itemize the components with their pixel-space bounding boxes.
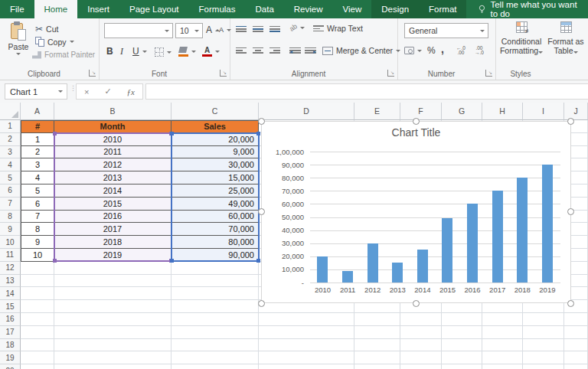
y-axis-label[interactable]: 60,000 bbox=[262, 200, 304, 208]
table-cell-C8[interactable]: 60,000 bbox=[172, 211, 259, 224]
column-header-D[interactable]: D bbox=[259, 103, 354, 120]
font-dialog-launcher-icon[interactable]: ↘ bbox=[220, 70, 227, 77]
table-cell-C5[interactable]: 15,000 bbox=[172, 171, 259, 184]
cell-F20[interactable] bbox=[400, 364, 442, 369]
cell-E17[interactable] bbox=[354, 326, 400, 339]
wrap-text-button[interactable]: Wrap Text bbox=[313, 24, 363, 33]
cell-I16[interactable] bbox=[523, 313, 564, 326]
align-left-button[interactable] bbox=[236, 46, 247, 54]
align-right-button[interactable] bbox=[270, 46, 280, 54]
cell-A20[interactable] bbox=[21, 364, 54, 369]
cell-C15[interactable] bbox=[172, 300, 259, 313]
row-header-7[interactable]: 7 bbox=[0, 198, 21, 211]
number-dialog-launcher-icon[interactable]: ↘ bbox=[485, 70, 492, 77]
table-cell-A11[interactable]: 10 bbox=[21, 249, 54, 262]
cell-B13[interactable] bbox=[54, 275, 172, 288]
cell-I19[interactable] bbox=[523, 351, 564, 364]
cell-A17[interactable] bbox=[21, 326, 54, 339]
row-header-10[interactable]: 10 bbox=[0, 236, 21, 249]
cell-A19[interactable] bbox=[21, 351, 54, 364]
chart-bar-2010[interactable] bbox=[317, 256, 328, 282]
column-header-B[interactable]: B bbox=[54, 103, 172, 120]
tab-view[interactable]: View bbox=[333, 0, 372, 18]
y-axis-label[interactable]: 50,000 bbox=[262, 213, 304, 221]
cell-G19[interactable] bbox=[442, 351, 482, 364]
cell-H20[interactable] bbox=[482, 364, 523, 369]
enter-icon[interactable]: ✓ bbox=[104, 87, 111, 96]
cell-E16[interactable] bbox=[354, 313, 400, 326]
x-axis-label[interactable]: 2011 bbox=[335, 286, 361, 294]
alignment-dialog-launcher-icon[interactable]: ↘ bbox=[387, 70, 394, 77]
cell-A13[interactable] bbox=[21, 275, 54, 288]
cell-E18[interactable] bbox=[354, 339, 400, 352]
chart-resize-handle-middle-right[interactable] bbox=[567, 208, 574, 215]
cell-F17[interactable] bbox=[400, 326, 442, 339]
shrink-font-button[interactable]: A bbox=[219, 26, 231, 34]
row-header-14[interactable]: 14 bbox=[0, 287, 21, 300]
tab-home[interactable]: Home bbox=[34, 0, 78, 18]
table-cell-A10[interactable]: 9 bbox=[21, 236, 54, 249]
row-header-15[interactable]: 15 bbox=[0, 300, 21, 313]
cell-F16[interactable] bbox=[400, 313, 442, 326]
chart-bar-2018[interactable] bbox=[517, 178, 528, 282]
chart-resize-handle-top-center[interactable] bbox=[413, 118, 420, 125]
cell-H17[interactable] bbox=[482, 326, 523, 339]
tab-formulas[interactable]: Formulas bbox=[189, 0, 246, 18]
chart-resize-handle-bottom-right[interactable] bbox=[567, 300, 574, 307]
tab-format[interactable]: Format bbox=[419, 0, 466, 18]
chart-bar-2017[interactable] bbox=[492, 191, 503, 282]
name-box[interactable]: Chart 1 bbox=[5, 83, 67, 100]
table-cell-B10[interactable]: 2018 bbox=[54, 236, 172, 249]
table-cell-B5[interactable]: 2013 bbox=[54, 171, 172, 184]
cell-A18[interactable] bbox=[21, 339, 54, 352]
row-header-4[interactable]: 4 bbox=[0, 158, 21, 171]
table-cell-C3[interactable]: 9,000 bbox=[172, 146, 259, 159]
cell-C17[interactable] bbox=[172, 326, 259, 339]
name-box-resize-handle[interactable]: ⋮ bbox=[70, 87, 71, 96]
chart-bar-2011[interactable] bbox=[342, 271, 353, 282]
row-header-18[interactable]: 18 bbox=[0, 339, 21, 352]
cell-G18[interactable] bbox=[442, 339, 482, 352]
y-axis-label[interactable]: 70,000 bbox=[262, 187, 304, 195]
y-axis-label[interactable]: - bbox=[262, 279, 304, 287]
x-axis-label[interactable]: 2012 bbox=[360, 286, 385, 294]
cell-A12[interactable] bbox=[21, 262, 54, 275]
x-axis-label[interactable]: 2015 bbox=[435, 286, 460, 294]
orientation-button[interactable]: ab bbox=[289, 24, 305, 31]
format-as-table-button[interactable]: Format as Table bbox=[545, 21, 586, 55]
tab-design[interactable]: Design bbox=[371, 0, 419, 18]
table-cell-B4[interactable]: 2012 bbox=[54, 158, 172, 171]
chart-resize-handle-top-right[interactable] bbox=[567, 118, 574, 125]
percent-style-button[interactable]: % bbox=[427, 45, 436, 56]
cut-button[interactable]: ✂ Cut bbox=[35, 24, 58, 34]
top-align-button[interactable] bbox=[236, 24, 247, 33]
chart-bar-2015[interactable] bbox=[442, 218, 452, 282]
table-cell-A3[interactable]: 2 bbox=[21, 146, 54, 159]
cancel-icon[interactable]: × bbox=[84, 87, 89, 96]
row-header-9[interactable]: 9 bbox=[0, 223, 21, 236]
font-color-button[interactable]: A bbox=[202, 47, 220, 57]
column-header-E[interactable]: E bbox=[354, 103, 400, 120]
cell-J18[interactable] bbox=[564, 339, 588, 352]
table-cell-B1[interactable]: Month bbox=[54, 120, 172, 133]
cell-C16[interactable] bbox=[172, 313, 259, 326]
column-header-J[interactable]: J bbox=[564, 103, 588, 120]
y-axis-label[interactable]: 80,000 bbox=[262, 174, 304, 182]
table-cell-B6[interactable]: 2014 bbox=[54, 184, 172, 198]
tab-page-layout[interactable]: Page Layout bbox=[119, 0, 189, 18]
fill-color-button[interactable] bbox=[178, 47, 196, 57]
formula-input[interactable] bbox=[145, 83, 588, 100]
cell-C20[interactable] bbox=[172, 364, 259, 369]
cell-I20[interactable] bbox=[523, 364, 564, 369]
table-cell-B7[interactable]: 2015 bbox=[54, 198, 172, 211]
tab-file[interactable]: File bbox=[0, 0, 34, 18]
chart-title[interactable]: Chart Title bbox=[262, 126, 570, 139]
cell-I18[interactable] bbox=[523, 339, 564, 352]
row-header-2[interactable]: 2 bbox=[0, 133, 21, 146]
tab-data[interactable]: Data bbox=[246, 0, 284, 18]
row-header-17[interactable]: 17 bbox=[0, 326, 21, 339]
chart-resize-handle-bottom-left[interactable] bbox=[258, 300, 265, 307]
table-cell-C4[interactable]: 30,000 bbox=[172, 158, 259, 171]
table-cell-C1[interactable]: Sales bbox=[172, 120, 259, 133]
chart-bar-2014[interactable] bbox=[417, 250, 428, 282]
